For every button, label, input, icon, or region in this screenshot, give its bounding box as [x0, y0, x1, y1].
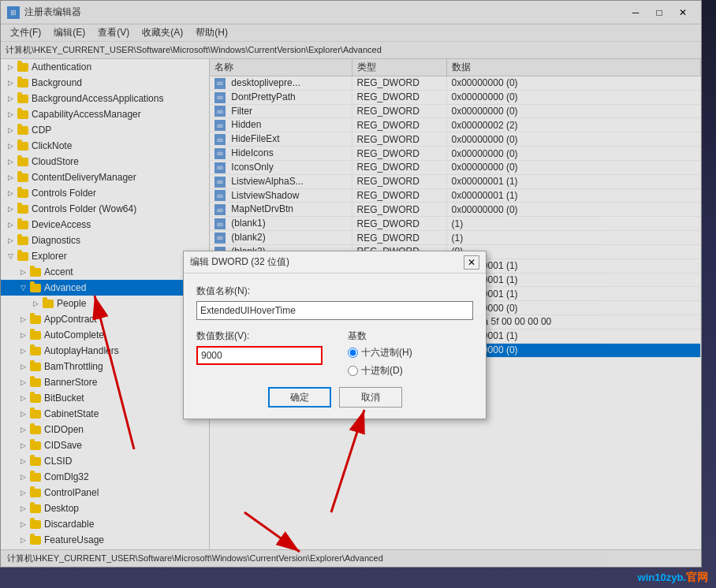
dialog-overlay: 编辑 DWORD (32 位值) ✕ 数值名称(N): 数值数据(V): 基数 …	[0, 0, 702, 568]
base-section: 基数 十六进制(H) 十进制(D)	[348, 329, 412, 378]
dialog-title-bar: 编辑 DWORD (32 位值) ✕	[184, 251, 486, 274]
dialog-title-text: 编辑 DWORD (32 位值)	[190, 255, 289, 269]
edit-dword-dialog: 编辑 DWORD (32 位值) ✕ 数值名称(N): 数值数据(V): 基数 …	[183, 251, 487, 419]
data-label: 数值数据(V):	[196, 329, 323, 343]
radio-hex-input[interactable]	[348, 348, 358, 358]
value-row: 数值数据(V): 基数 十六进制(H) 十进制(D)	[196, 329, 473, 378]
dialog-close-button[interactable]: ✕	[464, 255, 479, 270]
radio-dec[interactable]: 十进制(D)	[348, 364, 412, 378]
dialog-body: 数值名称(N): 数值数据(V): 基数 十六进制(H)	[184, 274, 486, 419]
watermark: win10zyb.官网	[638, 571, 708, 585]
radio-hex[interactable]: 十六进制(H)	[348, 346, 412, 359]
ok-button[interactable]: 确定	[268, 387, 331, 408]
base-options: 十六进制(H) 十进制(D)	[348, 346, 412, 378]
name-label: 数值名称(N):	[196, 285, 473, 298]
watermark-suffix: 官网	[686, 571, 708, 583]
radio-hex-label: 十六进制(H)	[361, 346, 412, 359]
name-input[interactable]	[196, 301, 473, 320]
dialog-buttons: 确定 取消	[196, 387, 473, 408]
watermark-main: win10zyb.	[638, 571, 686, 583]
value-section: 数值数据(V):	[196, 329, 323, 365]
base-label: 基数	[348, 329, 412, 343]
cancel-button[interactable]: 取消	[339, 387, 402, 408]
data-input[interactable]	[196, 346, 323, 365]
radio-dec-label: 十进制(D)	[361, 364, 403, 378]
radio-dec-input[interactable]	[348, 366, 358, 376]
